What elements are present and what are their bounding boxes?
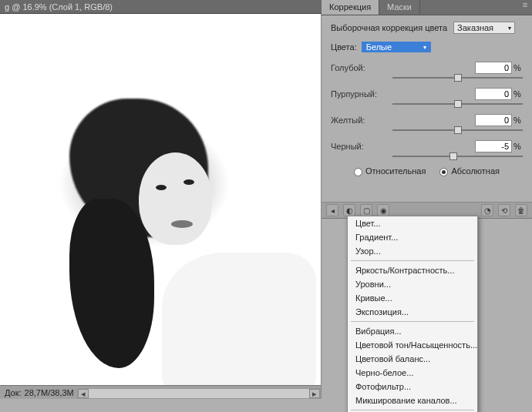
menu-bw[interactable]: Черно-белое... [348,366,477,380]
menu-mixer[interactable]: Микширование каналов... [348,394,477,407]
menu-photofilter[interactable]: Фотофильтр... [348,380,477,394]
doc-label: Док: [5,388,22,397]
adjustment-context-menu: Цвет... Градиент... Узор... Яркость/Конт… [347,216,478,412]
absolute-label: Абсолютная [451,166,500,176]
reset-icon[interactable]: ⟲ [498,204,510,216]
panel-menu-icon[interactable]: ≡ [518,0,532,15]
pct-label: % [512,89,523,99]
pct-label: % [512,142,523,151]
menu-curves[interactable]: Кривые... [348,291,477,305]
method-absolute[interactable]: Абсолютная [439,166,500,176]
image-content [156,185,167,190]
black-label: Черный: [331,142,392,151]
canvas-area[interactable]: Док: 28,7M/38,3M | ▸ ◂ ▸ [0,14,322,399]
menu-gradient[interactable]: Градиент... [348,230,477,244]
image-content [162,253,316,391]
black-slider[interactable] [392,156,523,157]
black-input[interactable] [475,140,512,152]
radio-icon [354,168,362,176]
preset-dropdown[interactable]: Заказная ▾ [453,22,515,34]
colors-value: Белые [366,42,392,52]
menu-vibrance[interactable]: Вибрация... [348,324,477,338]
adjustment-icon[interactable]: ◐ [343,204,355,216]
menu-levels[interactable]: Уровни... [348,277,477,291]
menu-exposure[interactable]: Экспозиция... [348,305,477,319]
tab-correction[interactable]: Коррекция [322,0,379,15]
yellow-input[interactable] [475,114,512,126]
back-arrow-icon[interactable]: ◂ [326,204,338,216]
relative-label: Относительная [365,166,426,176]
scroll-right-arrow[interactable]: ▸ [309,389,320,398]
magenta-slider[interactable] [392,103,523,105]
colors-label: Цвета: [331,42,357,52]
adjustment-panel: Выборочная коррекция цвета Заказная ▾ Цв… [322,15,532,183]
cyan-slider[interactable] [392,77,523,79]
tab-masks[interactable]: Маски [379,0,420,15]
yellow-label: Желтый: [331,116,392,125]
chevron-down-icon: ▾ [508,25,511,32]
slider-thumb[interactable] [454,74,462,82]
visibility-icon[interactable]: ◉ [377,204,389,216]
menu-divider [351,410,474,410]
mask-icon[interactable]: ▢ [360,204,372,216]
radio-icon [439,168,448,176]
doc-size: 28,7M/38,3M [25,388,74,397]
pct-label: % [512,63,523,72]
document-image [0,14,321,391]
clip-icon[interactable]: ◔ [481,204,493,216]
menu-balance[interactable]: Цветовой баланс... [348,352,477,366]
yellow-slider[interactable] [392,129,523,131]
image-content [184,179,194,185]
menu-color[interactable]: Цвет... [348,216,477,230]
horizontal-scrollbar[interactable]: ◂ ▸ [77,388,321,399]
slider-thumb[interactable] [454,100,462,108]
image-content [69,199,154,368]
status-bar: Док: 28,7M/38,3M | ▸ ◂ ▸ [0,385,321,399]
menu-brightness[interactable]: Яркость/Контрастность... [348,263,477,277]
menu-divider [351,321,474,322]
chevron-down-icon: ▾ [423,44,426,51]
cyan-input[interactable] [475,62,512,74]
colors-dropdown[interactable]: Белые ▾ [362,42,431,52]
preset-value: Заказная [457,23,493,32]
cyan-label: Голубой: [331,63,392,72]
image-content [171,220,193,228]
menu-pattern[interactable]: Узор... [348,244,477,258]
slider-thumb[interactable] [454,126,462,134]
slider-thumb[interactable] [450,152,457,160]
magenta-input[interactable] [475,88,512,100]
image-content [139,152,212,245]
menu-divider [351,260,474,261]
trash-icon[interactable]: 🗑 [515,204,527,216]
adjustment-title: Выборочная коррекция цвета [331,23,447,32]
scroll-left-arrow[interactable]: ◂ [78,389,89,398]
pct-label: % [512,116,523,125]
menu-hue[interactable]: Цветовой тон/Насыщенность... [348,338,477,352]
panel-tabs: Коррекция Маски ≡ [322,0,532,15]
method-relative[interactable]: Относительная [354,166,426,176]
magenta-label: Пурпурный: [331,89,392,99]
